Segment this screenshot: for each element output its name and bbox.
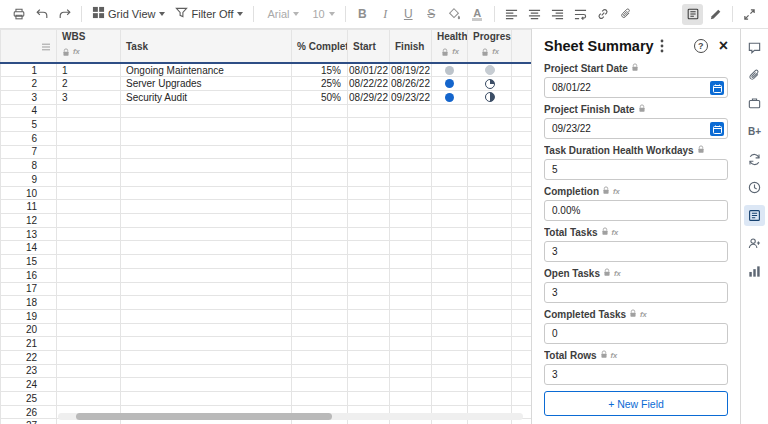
row-number[interactable]: 10 [1,186,57,200]
cell-filler[interactable] [512,173,532,187]
cell-start[interactable]: 08/29/22 [348,90,390,104]
row-number[interactable]: 18 [1,296,57,310]
underline-button[interactable]: U [398,4,419,25]
cell-wbs[interactable] [57,255,121,269]
cell-wbs[interactable] [57,268,121,282]
column-header-wbs[interactable]: WBSfx [57,30,121,64]
column-header-complete[interactable]: % Complete [292,30,348,64]
cell-health[interactable] [432,378,468,392]
cell-start[interactable] [348,309,390,323]
cell-wbs[interactable] [57,200,121,214]
cell-complete[interactable] [292,282,348,296]
cell-filler[interactable] [512,364,532,378]
cell-health[interactable] [432,282,468,296]
cell-progress[interactable] [468,378,512,392]
cell-wbs[interactable] [57,214,121,228]
cell-start[interactable]: 08/01/22 [348,63,390,77]
cell-progress[interactable] [468,200,512,214]
cell-filler[interactable] [512,392,532,406]
cell-health[interactable] [432,309,468,323]
cell-wbs[interactable] [57,282,121,296]
cell-task[interactable] [121,200,292,214]
row-number[interactable]: 11 [1,200,57,214]
field-value[interactable]: 5 [544,159,728,180]
cell-wbs[interactable] [57,241,121,255]
cell-start[interactable] [348,323,390,337]
cell-task[interactable] [121,268,292,282]
cell-progress[interactable] [468,241,512,255]
cell-complete[interactable]: 25% [292,77,348,91]
cell-wbs[interactable]: 3 [57,90,121,104]
cell-complete[interactable] [292,309,348,323]
cell-filler[interactable] [512,118,532,132]
row-number[interactable]: 21 [1,337,57,351]
cell-task[interactable] [121,364,292,378]
cell-start[interactable] [348,214,390,228]
cell-health[interactable] [432,255,468,269]
cell-finish[interactable] [390,282,432,296]
cell-filler[interactable] [512,378,532,392]
cell-health[interactable] [432,364,468,378]
cell-finish[interactable] [390,350,432,364]
cell-filler[interactable] [512,159,532,173]
cell-complete[interactable] [292,104,348,118]
cell-health[interactable] [432,186,468,200]
cell-filler[interactable] [512,145,532,159]
cell-task[interactable] [121,118,292,132]
row-number[interactable]: 12 [1,214,57,228]
row-number[interactable]: 7 [1,145,57,159]
cell-health[interactable] [432,241,468,255]
cell-finish[interactable] [390,104,432,118]
cell-complete[interactable] [292,350,348,364]
align-left-icon[interactable] [501,4,522,25]
row-number[interactable]: 26 [1,405,57,419]
filter-selector[interactable]: Filter Off [171,4,247,25]
cell-progress[interactable] [468,145,512,159]
cell-health[interactable] [432,63,468,77]
field-value[interactable]: 0 [544,323,728,344]
cell-task[interactable]: Server Upgrades [121,77,292,91]
cell-start[interactable] [348,268,390,282]
cell-start[interactable] [348,337,390,351]
cell-filler[interactable] [512,309,532,323]
contacts-icon[interactable] [744,233,765,254]
cell-complete[interactable] [292,200,348,214]
cell-progress[interactable] [468,118,512,132]
cell-complete[interactable] [292,186,348,200]
cell-task[interactable]: Ongoing Maintenance [121,63,292,77]
cell-progress[interactable] [468,323,512,337]
italic-button[interactable]: I [375,4,396,25]
cell-complete[interactable] [292,118,348,132]
row-number[interactable]: 5 [1,118,57,132]
calendar-icon[interactable] [710,81,724,95]
cell-progress[interactable] [468,364,512,378]
cell-progress[interactable] [468,131,512,145]
cell-task[interactable] [121,131,292,145]
cell-finish[interactable] [390,337,432,351]
cell-wbs[interactable] [57,296,121,310]
cell-complete[interactable] [292,159,348,173]
cell-task[interactable] [121,309,292,323]
cell-complete[interactable] [292,131,348,145]
cell-health[interactable] [432,104,468,118]
row-number[interactable]: 24 [1,378,57,392]
view-selector[interactable]: Grid View [88,4,169,25]
row-number[interactable]: 22 [1,350,57,364]
cell-wbs[interactable] [57,392,121,406]
update-requests-icon[interactable] [744,149,765,170]
cell-task[interactable] [121,241,292,255]
cell-progress[interactable] [468,186,512,200]
cell-health[interactable] [432,392,468,406]
cell-filler[interactable] [512,131,532,145]
cell-wbs[interactable] [57,323,121,337]
cell-wbs[interactable] [57,173,121,187]
cell-filler[interactable] [512,241,532,255]
cell-health[interactable] [432,200,468,214]
cell-finish[interactable] [390,378,432,392]
bold-button[interactable]: B [352,4,373,25]
attachment-icon[interactable] [616,4,637,25]
cell-progress[interactable] [468,104,512,118]
cell-health[interactable] [432,131,468,145]
cell-complete[interactable] [292,227,348,241]
cell-task[interactable] [121,323,292,337]
